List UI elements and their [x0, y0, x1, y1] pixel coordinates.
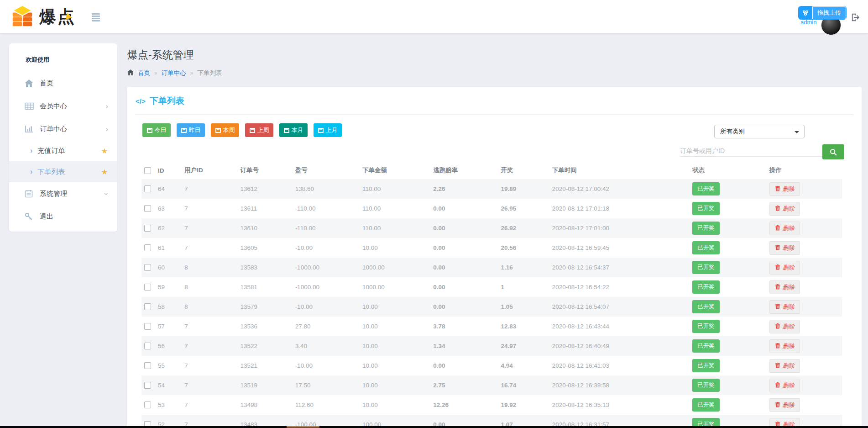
delete-button[interactable]: 删除: [769, 182, 800, 196]
row-checkbox[interactable]: [144, 284, 151, 291]
cell-time: 2020-08-12 17:00:42: [549, 179, 690, 199]
status-badge: 已开奖: [692, 339, 720, 353]
cell-user-id: 7: [182, 199, 237, 218]
delete-button[interactable]: 删除: [769, 300, 800, 314]
cell-action: 删除: [767, 258, 842, 277]
menu-toggle-icon[interactable]: [92, 13, 100, 22]
table-row: 61713605-10.0010.000.0020.562020-08-12 1…: [141, 238, 842, 258]
delete-button[interactable]: 删除: [769, 339, 800, 353]
row-checkbox[interactable]: [144, 402, 151, 408]
row-checkbox[interactable]: [144, 185, 151, 192]
cell-draw: 4.94: [498, 356, 549, 375]
delete-button[interactable]: 删除: [769, 379, 800, 392]
sidebar-item-5[interactable]: ›下单列表★: [9, 161, 117, 182]
cell-profit: -1000.00: [293, 277, 360, 297]
sidebar-item-3[interactable]: 订单中心›: [9, 117, 117, 140]
delete-button[interactable]: 删除: [769, 398, 800, 412]
chevron-down-icon: ›: [103, 192, 111, 195]
box-icon: [215, 128, 221, 133]
breadcrumb-home-link[interactable]: 首页: [138, 69, 150, 77]
cell-profit: -110.00: [293, 218, 360, 238]
filter-button-4[interactable]: 上周: [245, 123, 273, 137]
cell-amount: 110.00: [360, 199, 430, 218]
cell-id: 61: [155, 238, 182, 258]
sidebar-item-6[interactable]: 系统管理›: [9, 182, 117, 205]
cell-profit: 138.60: [293, 179, 360, 199]
delete-button[interactable]: 删除: [769, 261, 800, 275]
row-checkbox[interactable]: [144, 244, 151, 251]
sidebar-welcome-text: 欢迎使用: [9, 43, 117, 72]
cell-amount: 10.00: [360, 317, 430, 336]
row-checkbox[interactable]: [144, 362, 151, 369]
column-header: ID: [155, 165, 182, 179]
delete-button[interactable]: 删除: [769, 359, 800, 373]
status-badge: 已开奖: [692, 261, 720, 274]
sidebar-item-4[interactable]: ›充值订单★: [9, 140, 117, 161]
filter-button-1[interactable]: 今日: [142, 123, 171, 137]
delete-button[interactable]: 删除: [769, 241, 800, 255]
delete-button-label: 删除: [783, 303, 795, 311]
logout-icon[interactable]: [851, 13, 861, 24]
filter-button-label: 上月: [326, 126, 338, 134]
sidebar-item-2[interactable]: 会员中心›: [9, 95, 117, 117]
row-checkbox[interactable]: [144, 323, 151, 330]
row-checkbox[interactable]: [144, 205, 151, 212]
search-input[interactable]: [680, 145, 844, 157]
filter-button-6[interactable]: 上月: [314, 123, 342, 137]
cell-user-id: 7: [182, 395, 237, 415]
filter-button-2[interactable]: 昨日: [177, 123, 205, 137]
select-all-checkbox[interactable]: [144, 167, 151, 174]
breadcrumb-separator: »: [190, 70, 193, 76]
cell-draw: 12.83: [498, 317, 549, 336]
category-select[interactable]: 所有类别: [714, 125, 805, 138]
breadcrumb-order-center-link[interactable]: 订单中心: [162, 69, 186, 77]
top-header-bar: 爆点 拖拽上传 admin: [0, 0, 868, 33]
delete-button-label: 删除: [783, 205, 795, 213]
delete-button[interactable]: 删除: [769, 320, 800, 333]
sidebar-item-7[interactable]: 退出: [9, 205, 117, 228]
cell-time: 2020-08-12 16:54:37: [549, 258, 690, 277]
cell-user-id: 7: [182, 218, 237, 238]
cell-checkbox: [141, 297, 155, 317]
row-checkbox[interactable]: [144, 343, 151, 349]
bottom-edge-accent: [287, 426, 319, 428]
filter-button-5[interactable]: 本月: [279, 123, 308, 137]
cell-escape-odds: 0.00: [430, 277, 498, 297]
filter-button-3[interactable]: 本周: [211, 123, 239, 137]
cell-time: 2020-08-12 16:59:45: [549, 238, 690, 258]
cell-draw: 19.89: [498, 179, 549, 199]
delete-button-label: 删除: [783, 342, 795, 350]
row-checkbox[interactable]: [144, 264, 151, 271]
delete-button[interactable]: 删除: [769, 202, 800, 216]
trash-icon: [775, 284, 780, 291]
cell-action: 删除: [767, 317, 842, 336]
cell-time: 2020-08-12 16:35:13: [549, 395, 690, 415]
cell-amount: 10.00: [360, 238, 430, 258]
row-checkbox[interactable]: [144, 225, 151, 232]
date-filter-buttons: 今日昨日本周上周本月上月: [142, 123, 342, 137]
table-row: 5471351917.5010.002.7516.742020-08-12 16…: [141, 375, 842, 395]
status-badge: 已开奖: [692, 398, 720, 412]
sidebar-item-label: 下单列表: [37, 168, 65, 176]
column-header: 下单金额: [360, 165, 430, 179]
cell-order-no: 13611: [237, 199, 292, 218]
trash-icon: [775, 323, 780, 330]
row-checkbox[interactable]: [144, 303, 151, 310]
cell-id: 54: [155, 375, 182, 395]
cell-user-id: 8: [182, 258, 237, 277]
row-checkbox[interactable]: [144, 382, 151, 389]
drag-upload-badge[interactable]: 拖拽上传: [799, 6, 846, 19]
cell-user-id: 7: [182, 238, 237, 258]
delete-button[interactable]: 删除: [769, 280, 800, 294]
panel-divider: [135, 114, 853, 115]
delete-button[interactable]: 删除: [769, 222, 800, 235]
code-icon: </>: [136, 97, 146, 105]
cell-profit: -10.00: [293, 297, 360, 317]
grid-icon: [25, 102, 35, 110]
sidebar-item-1[interactable]: 首页: [9, 72, 117, 95]
status-badge: 已开奖: [692, 222, 720, 235]
cell-id: 59: [155, 277, 182, 297]
search-button[interactable]: [822, 144, 844, 159]
cell-draw: 26.95: [498, 199, 549, 218]
table-row: 55713521-10.0010.000.004.942020-08-12 16…: [141, 356, 842, 375]
